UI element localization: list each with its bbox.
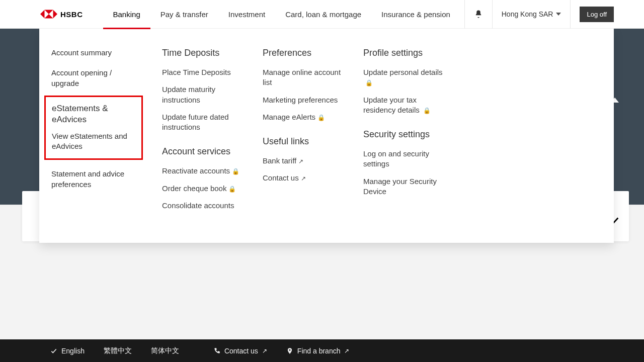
heading-profile-settings: Profile settings (363, 48, 447, 58)
hsbc-logo-icon (40, 10, 57, 19)
link-consolidate-accounts[interactable]: Consolidate accounts (162, 201, 240, 211)
link-contact-us[interactable]: Contact us↗ (263, 173, 341, 183)
lock-icon: 🔒 (317, 114, 325, 121)
heading-preferences: Preferences (263, 48, 341, 58)
mega-column-time-deposits: Time Deposits Place Time Deposits Update… (150, 48, 251, 225)
link-manage-ealerts[interactable]: Manage eAlerts🔒 (263, 112, 341, 122)
link-update-tax-residency[interactable]: Update your tax residency details 🔒 (363, 95, 447, 116)
lock-icon: 🔒 (228, 186, 236, 193)
mega-column-preferences: Preferences Manage online account list M… (251, 48, 351, 225)
svg-marker-5 (556, 13, 561, 16)
footer-bar: English 繁體中文 简体中文 Contact us ↗ Find a br… (0, 339, 644, 362)
link-bank-tariff[interactable]: Bank tariff↗ (263, 156, 341, 166)
external-link-icon: ↗ (298, 158, 303, 165)
nav-pay-transfer[interactable]: Pay & transfer (150, 0, 218, 29)
heading-estatements: eStatements & eAdvices (52, 103, 135, 125)
logoff-wrap: Log off (571, 0, 644, 29)
footer-contact-us[interactable]: Contact us ↗ (213, 347, 267, 355)
primary-nav: Banking Pay & transfer Investment Card, … (103, 0, 460, 29)
lang-traditional-chinese[interactable]: 繁體中文 (104, 346, 132, 355)
link-view-estatements[interactable]: View eStatements and eAdvices (52, 131, 135, 152)
lock-icon: 🔒 (232, 168, 239, 175)
nav-insurance-pension[interactable]: Insurance & pension (371, 0, 460, 29)
lock-icon: 🔒 (365, 79, 373, 86)
svg-marker-1 (40, 10, 45, 19)
phone-icon (213, 347, 220, 354)
link-marketing-preferences[interactable]: Marketing preferences (263, 95, 341, 105)
lock-icon: 🔒 (422, 107, 431, 114)
nav-investment[interactable]: Investment (218, 0, 275, 29)
pin-icon (286, 347, 293, 354)
chevron-down-icon (556, 10, 561, 18)
heading-useful-links: Useful links (263, 136, 341, 147)
brand-text: HSBC (60, 10, 83, 19)
link-manage-online-account-list[interactable]: Manage online account list (263, 67, 341, 88)
notifications-button[interactable] (465, 0, 492, 29)
link-order-cheque-book[interactable]: Order cheque book🔒 (162, 184, 240, 194)
heading-security-settings: Security settings (363, 129, 447, 140)
link-account-opening-upgrade[interactable]: Account opening / upgrade (51, 68, 140, 88)
check-icon (50, 347, 57, 354)
region-selector[interactable]: Hong Kong SAR (493, 0, 571, 29)
link-update-maturity[interactable]: Update maturity instructions (162, 84, 240, 105)
logoff-button[interactable]: Log off (580, 7, 614, 22)
link-reactivate-accounts[interactable]: Reactivate accounts🔒 (162, 166, 240, 176)
mega-column-accounts: Account summary Account opening / upgrad… (39, 48, 150, 225)
lang-english[interactable]: English (50, 347, 85, 355)
banking-mega-menu: Account summary Account opening / upgrad… (39, 29, 614, 243)
link-place-time-deposits[interactable]: Place Time Deposits (162, 67, 240, 77)
bell-icon (474, 10, 483, 19)
mega-column-profile: Profile settings Update personal details… (351, 48, 457, 225)
link-logon-security-settings[interactable]: Log on and security settings (363, 149, 447, 169)
header-right: Hong Kong SAR Log off (464, 0, 644, 29)
svg-marker-2 (53, 10, 58, 19)
link-statement-advice-preferences[interactable]: Statement and advice preferences (51, 169, 140, 190)
heading-time-deposits: Time Deposits (162, 48, 240, 58)
nav-card-loan-mortgage[interactable]: Card, loan & mortgage (275, 0, 371, 29)
top-header: HSBC Banking Pay & transfer Investment C… (0, 0, 644, 29)
heading-account-services: Account services (162, 146, 240, 157)
external-link-icon: ↗ (262, 347, 267, 354)
link-update-personal-details[interactable]: Update personal details🔒 (363, 67, 447, 88)
region-label: Hong Kong SAR (502, 10, 553, 18)
link-manage-security-device[interactable]: Manage your Security Device (363, 176, 447, 197)
nav-banking[interactable]: Banking (103, 0, 150, 29)
brand-logo[interactable]: HSBC (40, 10, 83, 19)
link-update-future-dated[interactable]: Update future dated instructions (162, 112, 240, 133)
lang-simplified-chinese[interactable]: 简体中文 (151, 346, 179, 355)
link-account-summary[interactable]: Account summary (51, 48, 140, 58)
external-link-icon: ↗ (344, 347, 349, 354)
highlight-estatements: eStatements & eAdvices View eStatements … (44, 96, 143, 160)
external-link-icon: ↗ (301, 175, 306, 182)
footer-find-branch[interactable]: Find a branch ↗ (286, 347, 350, 355)
